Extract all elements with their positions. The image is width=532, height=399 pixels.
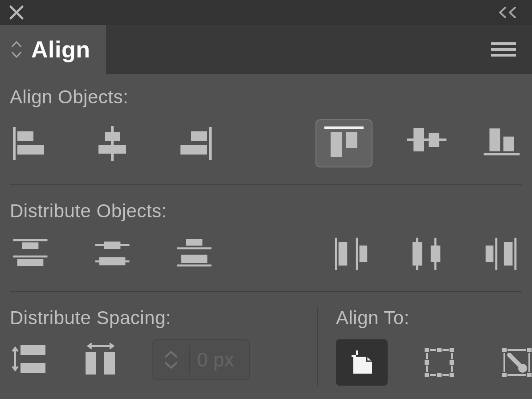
svg-rect-66 bbox=[527, 348, 532, 352]
svg-rect-52 bbox=[425, 360, 429, 365]
svg-rect-57 bbox=[430, 349, 436, 351]
svg-rect-51 bbox=[450, 348, 454, 352]
distribute-objects-row bbox=[10, 233, 522, 274]
align-v-center-button[interactable] bbox=[406, 119, 447, 160]
close-icon[interactable] bbox=[9, 5, 24, 20]
align-to-selection-button[interactable] bbox=[413, 339, 465, 386]
svg-rect-46 bbox=[20, 363, 45, 373]
align-h-center-icon bbox=[94, 126, 131, 161]
dist-space-h-button[interactable] bbox=[82, 341, 120, 379]
svg-rect-56 bbox=[450, 373, 454, 377]
svg-rect-59 bbox=[430, 374, 436, 376]
align-right-icon bbox=[176, 127, 213, 160]
svg-rect-48 bbox=[104, 352, 115, 375]
svg-rect-28 bbox=[99, 257, 126, 265]
divider-2 bbox=[10, 291, 522, 292]
align-to-artboard-button[interactable] bbox=[336, 339, 388, 386]
spacing-value[interactable]: 0 px bbox=[190, 349, 249, 371]
svg-rect-10 bbox=[191, 131, 207, 141]
dist-h-left-button[interactable] bbox=[331, 233, 372, 274]
tab-title: Align bbox=[31, 36, 90, 63]
svg-rect-70 bbox=[507, 374, 526, 376]
svg-rect-40 bbox=[431, 245, 441, 262]
svg-rect-12 bbox=[324, 126, 364, 129]
spacing-spinner[interactable]: 0 px bbox=[152, 339, 250, 380]
dist-space-v-icon bbox=[11, 343, 49, 376]
align-bottom-button[interactable] bbox=[481, 119, 522, 160]
svg-rect-0 bbox=[491, 42, 516, 45]
align-to-key-icon bbox=[500, 346, 532, 379]
svg-rect-35 bbox=[356, 238, 358, 270]
align-to-key-button[interactable] bbox=[491, 339, 532, 386]
svg-rect-11 bbox=[180, 145, 207, 155]
align-to-label: Align To: bbox=[336, 307, 532, 329]
svg-rect-58 bbox=[442, 349, 449, 351]
svg-rect-50 bbox=[437, 348, 442, 352]
collapse-icon[interactable] bbox=[497, 6, 523, 19]
svg-rect-62 bbox=[426, 366, 428, 372]
svg-rect-67 bbox=[502, 373, 507, 377]
svg-rect-21 bbox=[13, 239, 48, 241]
svg-rect-8 bbox=[98, 145, 126, 154]
svg-rect-18 bbox=[484, 153, 520, 155]
align-left-icon bbox=[12, 127, 49, 160]
svg-rect-42 bbox=[495, 238, 497, 270]
align-objects-row bbox=[10, 119, 522, 167]
svg-rect-17 bbox=[429, 133, 439, 147]
dist-v-top-button[interactable] bbox=[10, 233, 51, 274]
svg-rect-4 bbox=[17, 131, 33, 141]
expand-icon bbox=[10, 40, 23, 59]
svg-point-73 bbox=[518, 364, 527, 373]
svg-rect-23 bbox=[13, 256, 48, 258]
dist-v-center-icon bbox=[93, 236, 132, 272]
svg-rect-7 bbox=[105, 132, 120, 141]
svg-rect-68 bbox=[527, 373, 532, 377]
menu-icon[interactable] bbox=[491, 41, 516, 57]
tab-align[interactable]: Align bbox=[0, 25, 106, 74]
align-h-center-button[interactable] bbox=[92, 123, 133, 164]
dist-h-center-icon bbox=[407, 236, 446, 272]
svg-rect-29 bbox=[186, 239, 203, 246]
svg-rect-31 bbox=[181, 255, 208, 263]
svg-rect-1 bbox=[491, 48, 516, 51]
svg-rect-55 bbox=[437, 373, 442, 377]
svg-rect-64 bbox=[451, 366, 453, 372]
svg-rect-47 bbox=[86, 352, 96, 375]
svg-rect-45 bbox=[20, 345, 45, 355]
align-top-icon bbox=[323, 126, 365, 160]
svg-rect-13 bbox=[331, 132, 342, 157]
svg-rect-16 bbox=[413, 128, 424, 151]
dist-space-v-button[interactable] bbox=[10, 342, 50, 377]
svg-rect-2 bbox=[491, 54, 516, 57]
align-right-button[interactable] bbox=[174, 123, 215, 164]
spinner-arrows-icon[interactable] bbox=[153, 340, 189, 379]
svg-rect-6 bbox=[111, 126, 114, 161]
svg-rect-63 bbox=[451, 353, 453, 359]
panel-tabrow: Align bbox=[0, 25, 532, 74]
svg-rect-43 bbox=[504, 242, 513, 266]
svg-rect-14 bbox=[346, 132, 357, 148]
svg-rect-72 bbox=[528, 353, 530, 372]
dist-h-center-button[interactable] bbox=[406, 233, 447, 274]
svg-rect-34 bbox=[339, 242, 348, 266]
divider-1 bbox=[10, 184, 522, 185]
svg-rect-33 bbox=[335, 238, 337, 270]
svg-rect-15 bbox=[407, 138, 446, 141]
align-bottom-icon bbox=[482, 123, 521, 157]
align-top-button[interactable] bbox=[315, 119, 372, 167]
svg-rect-60 bbox=[442, 374, 449, 376]
align-left-button[interactable] bbox=[10, 123, 51, 164]
svg-rect-71 bbox=[503, 353, 505, 372]
dist-v-bottom-button[interactable] bbox=[174, 233, 215, 274]
dist-h-right-icon bbox=[482, 236, 521, 272]
dist-h-right-button[interactable] bbox=[481, 233, 522, 274]
dist-v-center-button[interactable] bbox=[92, 233, 133, 274]
align-to-artboard-icon bbox=[347, 348, 376, 377]
svg-rect-22 bbox=[22, 242, 39, 249]
svg-rect-9 bbox=[209, 127, 212, 160]
svg-rect-3 bbox=[13, 127, 16, 160]
svg-rect-53 bbox=[450, 360, 454, 365]
align-to-selection-icon bbox=[423, 346, 456, 379]
svg-rect-65 bbox=[502, 348, 507, 352]
svg-rect-19 bbox=[490, 128, 500, 151]
